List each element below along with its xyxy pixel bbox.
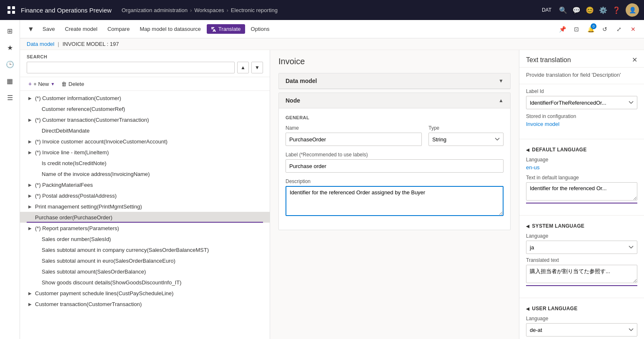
- default-language-section: ◀ DEFAULT LANGUAGE Language en-us Text i…: [519, 143, 644, 212]
- expand-icon-12: ▶: [27, 225, 33, 231]
- system-language-header[interactable]: ◀ SYSTEM LANGUAGE: [526, 223, 637, 229]
- tree-item-15[interactable]: Sales subtotal amount in euro(SalesOrder…: [27, 255, 270, 266]
- refresh-icon[interactable]: ↺: [599, 23, 611, 35]
- tree-item-13[interactable]: Sales order number(SalesId): [27, 234, 270, 244]
- notification-icon[interactable]: 🔔: [585, 23, 596, 35]
- toolbar-right-icons: 📌 ⊡ 🔔 ↺ ⤢ ✕: [556, 23, 639, 35]
- default-language-title: DEFAULT LANGUAGE: [532, 147, 586, 153]
- search-down-btn[interactable]: ▼: [251, 62, 263, 73]
- translation-subtitle: Provide translation for field 'Descripti…: [519, 68, 644, 84]
- translate-button-toolbar[interactable]: Translate: [207, 24, 245, 34]
- tree-item-17[interactable]: Show goods discount details(ShowGoodsDis…: [27, 277, 270, 288]
- tree-item-10[interactable]: ▶ Print management setting(PrintMgmtSett…: [20, 201, 270, 212]
- popout-icon[interactable]: ⤢: [613, 23, 625, 35]
- nav-workspaces[interactable]: Workspaces: [194, 7, 224, 13]
- sidebar-recent-icon[interactable]: 🕒: [3, 57, 18, 72]
- translation-panel-close-icon[interactable]: ✕: [632, 56, 637, 64]
- expand-icon-6: [33, 160, 40, 166]
- expand-icon-9: ▶: [27, 192, 33, 199]
- create-model-button[interactable]: Create model: [61, 24, 102, 34]
- expand-icon-8: ▶: [27, 181, 33, 188]
- tree-item-12[interactable]: ▶ (*) Report parameters(Parameters): [20, 223, 270, 234]
- label-id-select[interactable]: IdentifierForTheReferencedOr...: [526, 96, 637, 109]
- tree-item-label-14: Sales subtotal amount in company currenc…: [42, 247, 209, 253]
- label-field-input[interactable]: [286, 159, 504, 173]
- system-translated-label: Translated text: [526, 257, 637, 263]
- emoji-icon[interactable]: 😊: [586, 6, 594, 14]
- tree-item-8[interactable]: ▶ (*) PackingMaterialFees: [20, 179, 270, 190]
- tree-item-3[interactable]: DirectDebitMandate: [27, 125, 270, 136]
- breadcrumb-data-model[interactable]: Data model: [27, 41, 54, 47]
- text-in-default-label: Text in default language: [526, 175, 637, 181]
- tree-item-6[interactable]: Is credit note(IsCreditNote): [27, 158, 270, 168]
- stored-in-value: Invoice model: [526, 121, 637, 127]
- name-input[interactable]: [286, 133, 422, 146]
- sidebar-grid-icon[interactable]: ▦: [3, 73, 18, 88]
- close-toolbar-icon[interactable]: ✕: [627, 23, 639, 35]
- tree-list: ▶ (*) Customer information(Customer) Cus…: [20, 91, 270, 339]
- divider-1: [519, 139, 644, 139]
- tree-item-label-12: (*) Report parameters(Parameters): [35, 225, 119, 231]
- text-in-default-input[interactable]: Identifier for the referenced Or...: [526, 182, 637, 201]
- pin-icon[interactable]: 📌: [556, 23, 568, 35]
- expand-icon-5: ▶: [27, 149, 33, 156]
- node-accordion-body: GENERAL Name Type String: [279, 108, 510, 230]
- save-button[interactable]: Save: [38, 24, 59, 34]
- tree-item-2[interactable]: ▶ (*) Customer transaction(CustomerTrans…: [20, 114, 270, 125]
- name-label: Name: [286, 125, 422, 131]
- tree-item-5[interactable]: ▶ (*) Invoice line - item(LineItem): [20, 147, 270, 158]
- tree-item-16[interactable]: Sales subtotal amount(SalesOrderBalance): [27, 266, 270, 277]
- tree-item-18[interactable]: ▶ Customer payment schedule lines(CustPa…: [20, 288, 270, 299]
- user-lang-select[interactable]: de-at: [526, 323, 637, 336]
- help-icon[interactable]: ❓: [612, 6, 621, 14]
- tree-item-14[interactable]: Sales subtotal amount in company currenc…: [27, 244, 270, 255]
- sidebar-star-icon[interactable]: ★: [3, 40, 18, 55]
- delete-button[interactable]: 🗑 Delete: [60, 80, 86, 88]
- type-select[interactable]: String: [428, 133, 504, 146]
- user-avatar[interactable]: 👤: [626, 3, 639, 17]
- expand-icon-15: [33, 257, 40, 264]
- nav-org-admin[interactable]: Organization administration: [122, 7, 188, 13]
- label-id-label: Label Id: [526, 88, 637, 94]
- type-field-group: Type String: [428, 125, 504, 146]
- tree-item-19[interactable]: ▶ Customer transaction(CustomerTransacti…: [20, 299, 270, 309]
- options-button[interactable]: Options: [247, 24, 274, 34]
- settings-icon[interactable]: ⚙️: [599, 6, 607, 14]
- user-language-header[interactable]: ◀ USER LANGUAGE: [526, 306, 637, 311]
- divider-2: [519, 215, 644, 216]
- add-new-button[interactable]: + + New ▼: [27, 80, 56, 88]
- map-datasource-button[interactable]: Map model to datasource: [135, 24, 205, 34]
- tree-item-label-7: Name of the invoice address(InvoicingNam…: [42, 171, 150, 177]
- default-language-header[interactable]: ◀ DEFAULT LANGUAGE: [526, 147, 637, 153]
- compare-button[interactable]: Compare: [103, 24, 134, 34]
- node-accordion-header[interactable]: Node ▲: [279, 93, 510, 108]
- sidebar-home-icon[interactable]: ⊞: [3, 23, 18, 38]
- tree-item-0[interactable]: ▶ (*) Customer information(Customer): [20, 93, 270, 103]
- sidebar-icons: ⊞ ★ 🕒 ▦ ☰: [0, 20, 20, 339]
- expand-icon[interactable]: ⊡: [571, 23, 582, 35]
- system-lang-select[interactable]: ja: [526, 241, 637, 254]
- data-model-accordion-header[interactable]: Data model ▼: [279, 73, 510, 89]
- sidebar-list-icon[interactable]: ☰: [3, 90, 18, 105]
- search-input[interactable]: [27, 62, 235, 73]
- tree-item-4[interactable]: ▶ (*) Invoice customer account(InvoiceCu…: [20, 136, 270, 147]
- expand-icon-3: [33, 127, 40, 134]
- tree-item-label-11: Purchase order(PurchaseOrder): [35, 214, 113, 221]
- nav-sep-2: ›: [227, 7, 228, 13]
- tree-item-11[interactable]: Purchase order(PurchaseOrder): [20, 212, 270, 223]
- search-up-btn[interactable]: ▲: [237, 62, 249, 73]
- apps-menu-icon[interactable]: [5, 4, 18, 16]
- tree-item-1[interactable]: Customer reference(CustomerRef): [27, 103, 270, 114]
- system-translated-input[interactable]: 購入担当者が割り当てた参照す...: [526, 265, 637, 283]
- chat-icon[interactable]: 💬: [572, 6, 581, 14]
- description-textarea[interactable]: Identifier for the referenced Order assi…: [286, 186, 504, 216]
- tree-item-7[interactable]: Name of the invoice address(InvoicingNam…: [27, 168, 270, 179]
- search-nav-icon[interactable]: 🔍: [559, 6, 567, 14]
- system-underline: [526, 285, 637, 286]
- toolbar-filter-icon[interactable]: ▼: [25, 23, 37, 35]
- type-label: Type: [428, 125, 504, 131]
- nav-electronic-reporting[interactable]: Electronic reporting: [231, 7, 278, 13]
- tree-item-9[interactable]: ▶ (*) Postal address(PostalAddress): [20, 190, 270, 201]
- tree-item-label-6: Is credit note(IsCreditNote): [42, 160, 106, 166]
- description-field-group: Description Identifier for the reference…: [286, 178, 504, 217]
